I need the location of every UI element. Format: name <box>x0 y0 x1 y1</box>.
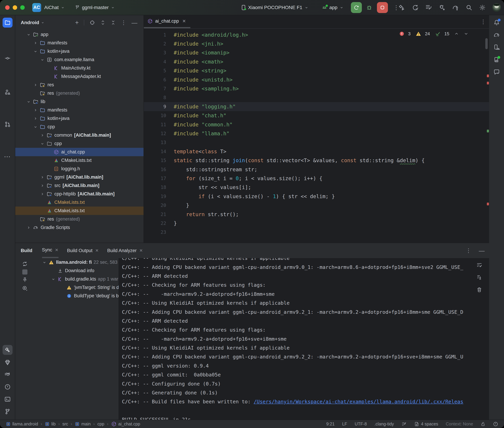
tree-item-logging-h[interactable]: H logging.h <box>15 165 144 173</box>
tree-item-cmakelists-txt[interactable]: CMakeLists.txt <box>15 198 144 206</box>
code-line[interactable]: 4#include <cmath> <box>144 57 489 66</box>
sidebar-item-terminal[interactable] <box>3 394 13 404</box>
device-selector[interactable]: Xiaomi POCOPHONE F1 <box>241 5 308 10</box>
notifications-button[interactable] <box>492 18 502 28</box>
code-line[interactable]: 6#include <unistd.h> <box>144 75 489 84</box>
tree-item-gradle-scripts[interactable]: Gradle Scripts <box>15 223 144 232</box>
sidebar-item-problems[interactable] <box>3 382 13 392</box>
code-line[interactable]: 19 if (i < values.size() - 1) { str << d… <box>144 192 489 201</box>
sidebar-item-pull-requests[interactable] <box>3 119 13 129</box>
change-stripe-mark[interactable] <box>487 130 489 132</box>
expand-all-icon[interactable] <box>100 20 105 25</box>
code-line[interactable]: 3#include <iomanip> <box>144 48 489 57</box>
console-link[interactable]: /Users/hanyin/Workspace/ai-chat/examples… <box>254 399 463 404</box>
sidebar-item-logcat[interactable] <box>3 370 13 379</box>
status-widget[interactable]: Context: None <box>446 421 473 427</box>
sidebar-item-version-control[interactable] <box>3 407 13 417</box>
tab-build-output[interactable]: Build Output✕ <box>67 243 99 258</box>
gradle-panel-button[interactable] <box>492 30 502 40</box>
code-line[interactable]: 17 for (size_t i = 0; i < values.size();… <box>144 174 489 183</box>
project-view-selector[interactable]: Android <box>21 20 45 25</box>
breadcrumb-item[interactable]: lib <box>45 421 56 427</box>
status-widget[interactable]: UTF-8 <box>355 421 367 427</box>
error-stripe-mark[interactable] <box>487 203 489 205</box>
gradle-sync-icon[interactable] <box>452 4 459 11</box>
tree-item-cpp-httplib[interactable]: cpp-httplib [AiChat.lib.main] <box>15 190 144 198</box>
run-config-selector[interactable]: app <box>322 5 344 10</box>
more-icon[interactable]: ⋮ <box>121 19 126 26</box>
tree-item-manifests[interactable]: manifests <box>15 39 144 47</box>
scroll-end-icon[interactable] <box>476 275 482 280</box>
soft-wrap-icon[interactable] <box>476 262 482 268</box>
code-line[interactable]: 10#include "chat.h" <box>144 111 489 120</box>
code-swap-icon[interactable] <box>425 4 432 11</box>
tree-item-manifests[interactable]: manifests <box>15 106 144 114</box>
code-line[interactable]: 18 str << values[i]; <box>144 183 489 192</box>
status-widget[interactable] <box>481 421 486 427</box>
code-line[interactable]: 12#include "llama.h" <box>144 129 489 138</box>
tree-item-cpp[interactable]: cpp <box>15 123 144 131</box>
tree-item-ggml[interactable]: ggml [AiChat.lib.main] <box>15 173 144 181</box>
tree-item-cmakelists-txt[interactable]: CMakeLists.txt <box>15 206 144 215</box>
search-icon[interactable] <box>466 4 472 11</box>
sidebar-item-structure[interactable] <box>3 87 13 97</box>
status-widget[interactable] <box>401 421 407 427</box>
tree-item-messageadapter-kt[interactable]: MessageAdapter.kt <box>15 72 144 81</box>
code-line[interactable]: 8 <box>144 93 489 102</box>
tree-item-kotlin-java[interactable]: kotlin+java <box>15 114 144 123</box>
code-line[interactable]: 16 std::ostringstream str; <box>144 165 489 174</box>
status-widget[interactable] <box>493 421 498 427</box>
close-tab-icon[interactable]: ✕ <box>139 248 143 253</box>
error-stripe-mark[interactable] <box>487 74 489 77</box>
zoom-icon[interactable] <box>20 5 25 10</box>
breadcrumb-item[interactable]: llama.android <box>6 421 38 427</box>
sidebar-item-more[interactable]: ⋯ <box>3 152 13 162</box>
tree-item-mainactivity-kt[interactable]: MainActivity.kt <box>15 64 144 72</box>
prev-problem-icon[interactable] <box>454 31 459 36</box>
attach-debugger-icon[interactable] <box>438 4 445 11</box>
running-devices-button[interactable] <box>492 55 502 65</box>
avatar[interactable] <box>492 3 501 12</box>
locate-icon[interactable] <box>89 20 95 25</box>
status-widget[interactable]: 9:21 <box>326 421 334 427</box>
editor-options-icon[interactable]: ⋮ <box>480 18 486 25</box>
code-line[interactable]: 5#include <string> <box>144 66 489 75</box>
build-tree-item[interactable]: 'jvmTarget: String' is deprec <box>34 283 119 292</box>
tree-item-kotlin-java[interactable]: kotlin+java <box>15 47 144 56</box>
code-line[interactable]: 21 return str.str(); <box>144 210 489 219</box>
tree-item-cmakelists-txt[interactable]: CMakeLists.txt <box>15 156 144 165</box>
tab-ai-chat-cpp[interactable]: C ai_chat.cpp ✕ <box>144 15 190 28</box>
build-tree-item[interactable]: build.gradle.kts app 1 warning <box>34 275 119 283</box>
code-area[interactable]: 1#include <android/log.h> 2#include <jni… <box>144 30 489 237</box>
apply-changes-icon[interactable]: A <box>412 4 419 11</box>
build-title[interactable]: Build <box>21 248 32 253</box>
branch-selector[interactable]: ggml-master <box>75 5 115 10</box>
inspection-widget[interactable]: 3 24 15 <box>399 31 469 36</box>
code-line[interactable]: 20 } <box>144 201 489 210</box>
collapse-all-icon[interactable] <box>111 20 116 25</box>
code-line[interactable]: 23 <box>144 228 489 237</box>
code-line[interactable]: 22} <box>144 219 489 228</box>
build-tree-item[interactable]: BuildType 'debug' is both de <box>34 292 119 300</box>
close-icon[interactable] <box>5 5 10 10</box>
trash-icon[interactable] <box>476 287 482 293</box>
tree-item-res[interactable]: res <box>15 81 144 89</box>
sidebar-item-dependencies[interactable] <box>3 357 13 367</box>
status-widget[interactable]: .clang-tidy <box>374 421 394 427</box>
sidebar-item-project[interactable] <box>3 18 13 28</box>
sidebar-item-commit[interactable] <box>3 53 13 63</box>
code-line[interactable]: 11#include "common.h" <box>144 120 489 129</box>
build-run-icon[interactable] <box>398 4 405 11</box>
gear-icon[interactable] <box>479 4 486 11</box>
plus-icon[interactable]: + <box>75 19 79 26</box>
tab-sync[interactable]: Sync✕ <box>42 243 59 258</box>
tree-item-common[interactable]: common [AiChat.lib.main] <box>15 131 144 140</box>
build-tree-item[interactable]: Download info <box>34 266 119 275</box>
hide-panel-icon[interactable]: — <box>479 247 485 254</box>
tree-item-cpp[interactable]: cpp <box>15 140 144 148</box>
code-line[interactable]: 15static std::string join(const std::vec… <box>144 156 489 165</box>
code-line[interactable]: 14template<class T> <box>144 147 489 156</box>
error-stripe-mark[interactable] <box>487 82 489 84</box>
tree-item-ai-chat-cpp[interactable]: C ai_chat.cpp <box>15 148 144 156</box>
code-line[interactable]: 9#include "logging.h" <box>144 102 489 111</box>
